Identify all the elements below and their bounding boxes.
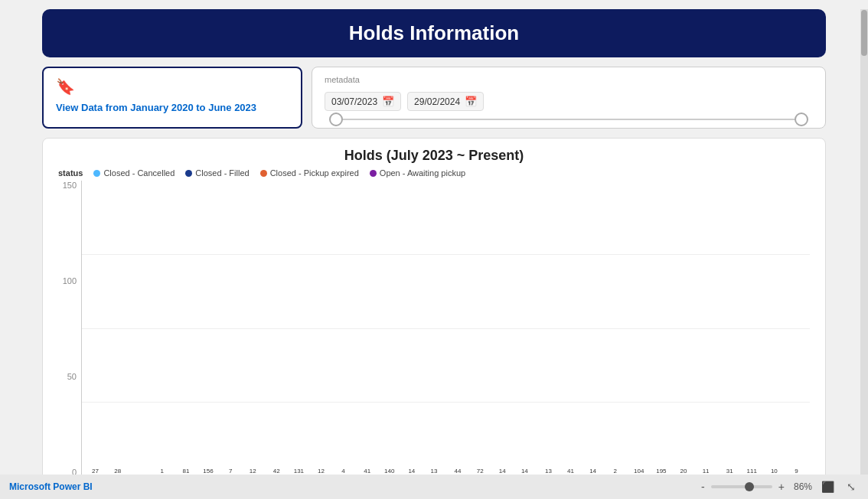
bar-value-label: 14 <box>408 468 415 475</box>
end-date-value: 29/02/2024 <box>414 96 460 107</box>
legend-status-label: status <box>58 168 83 178</box>
bar-value-label: 9 <box>795 468 798 475</box>
expand-icon[interactable]: ⤡ <box>844 479 859 494</box>
power-bi-link[interactable]: Microsoft Power BI <box>9 481 93 492</box>
top-controls: 🔖 View Data from January 2020 to June 20… <box>42 67 826 129</box>
y-axis-label: 100 <box>63 276 77 285</box>
bar-value-label: 27 <box>92 468 99 475</box>
legend-item-expired: Closed - Pickup expired <box>260 168 359 178</box>
end-calendar-icon[interactable]: 📅 <box>465 96 477 107</box>
legend-item-filled: Closed - Filled <box>185 168 249 178</box>
bar-value-label: 41 <box>567 468 574 475</box>
bar-value-label: 14 <box>499 468 506 475</box>
chart-legend: status Closed - Cancelled Closed - Fille… <box>58 168 810 178</box>
y-axis-label: 50 <box>67 372 77 381</box>
bookmark-link[interactable]: View Data from January 2020 to June 2023 <box>56 102 289 113</box>
legend-item-awaiting: Open - Awaiting pickup <box>370 168 465 178</box>
bar-value-label: 140 <box>384 468 394 475</box>
bar-value-label: 14 <box>589 468 596 475</box>
grid-area: 2728181156712421311244114014134472141413… <box>82 181 810 477</box>
legend-label-expired: Closed - Pickup expired <box>270 168 359 178</box>
bar-value-label: 41 <box>364 468 370 475</box>
chart-title: Holds (July 2023 ~ Present) <box>58 148 810 164</box>
bar-value-label: 13 <box>431 468 438 475</box>
y-axis-label: 150 <box>63 181 77 190</box>
main-container: Holds Information 🔖 View Data from Janua… <box>0 0 868 499</box>
title-bar: Holds Information <box>42 9 826 57</box>
bar-value-label: 81 <box>182 468 189 475</box>
legend-dot-awaiting <box>370 170 377 177</box>
bar-value-label: 42 <box>273 468 280 475</box>
bar-value-label: 156 <box>203 468 213 475</box>
bookmark-panel: 🔖 View Data from January 2020 to June 20… <box>42 67 302 129</box>
start-calendar-icon[interactable]: 📅 <box>382 96 394 107</box>
bar-value-label: 12 <box>318 468 325 475</box>
legend-dot-cancelled <box>93 170 100 177</box>
bar-value-label: 131 <box>294 468 304 475</box>
zoom-plus-button[interactable]: + <box>775 479 788 494</box>
scrollbar-right[interactable] <box>860 9 868 475</box>
end-date-input[interactable]: 29/02/2024 📅 <box>407 92 484 111</box>
zoom-thumb <box>745 482 754 491</box>
slider-track <box>329 119 808 120</box>
date-inputs: 03/07/2023 📅 29/02/2024 📅 <box>325 92 813 111</box>
y-axis: 150100500 <box>58 181 81 492</box>
bar-value-label: 14 <box>521 468 528 475</box>
metadata-label: metadata <box>325 75 813 84</box>
bottom-bar: Microsoft Power BI - + 86% ⬛ ⤡ <box>0 475 868 499</box>
bar-value-label: 2 <box>613 468 616 475</box>
bar-value-label: 11 <box>703 468 710 475</box>
legend-label-cancelled: Closed - Cancelled <box>103 168 175 178</box>
bar-value-label: 31 <box>726 468 733 475</box>
zoom-controls: - + 86% <box>698 479 812 494</box>
bar-value-label: 4 <box>341 468 344 475</box>
legend-label-awaiting: Open - Awaiting pickup <box>380 168 465 178</box>
bar-value-label: 10 <box>771 468 778 475</box>
share-icon[interactable]: ⬛ <box>818 479 837 494</box>
legend-label-filled: Closed - Filled <box>195 168 249 178</box>
start-date-value: 03/07/2023 <box>331 96 377 107</box>
bar-value-label: 104 <box>634 468 644 475</box>
bar-value-label: 28 <box>114 468 121 475</box>
bookmark-icon: 🔖 <box>56 77 289 96</box>
scrollbar-thumb[interactable] <box>861 10 867 56</box>
bar-value-label: 195 <box>656 468 666 475</box>
start-date-input[interactable]: 03/07/2023 📅 <box>325 92 401 111</box>
bar-groups-container: 2728181156712421311244114014134472141413… <box>82 181 810 477</box>
legend-item-cancelled: Closed - Cancelled <box>93 168 175 178</box>
slider-handle-left[interactable] <box>329 113 343 126</box>
zoom-percent: 86% <box>794 481 812 492</box>
bar-value-label: 1 <box>161 468 164 475</box>
bar-value-label: 72 <box>477 468 484 475</box>
legend-dot-filled <box>185 170 192 177</box>
page-title: Holds Information <box>57 21 811 45</box>
bars-outer: 2728181156712421311244114014134472141413… <box>81 181 810 492</box>
bottom-right-controls: - + 86% ⬛ ⤡ <box>698 479 859 494</box>
bar-value-label: 111 <box>747 468 757 475</box>
bar-value-label: 13 <box>545 468 552 475</box>
chart-body: 1501005002728181156712421311244114014134… <box>58 181 810 492</box>
date-slider[interactable] <box>325 119 813 120</box>
bar-value-label: 20 <box>680 468 687 475</box>
chart-panel: Holds (July 2023 ~ Present) status Close… <box>42 138 826 499</box>
zoom-slider[interactable] <box>711 485 772 488</box>
bar-value-label: 44 <box>455 468 462 475</box>
legend-dot-expired <box>260 170 267 177</box>
bar-value-label: 7 <box>229 468 232 475</box>
date-panel: metadata 03/07/2023 📅 29/02/2024 📅 <box>312 67 826 129</box>
slider-handle-right[interactable] <box>795 113 808 126</box>
bar-value-label: 12 <box>250 468 256 475</box>
zoom-minus-button[interactable]: - <box>698 479 708 494</box>
